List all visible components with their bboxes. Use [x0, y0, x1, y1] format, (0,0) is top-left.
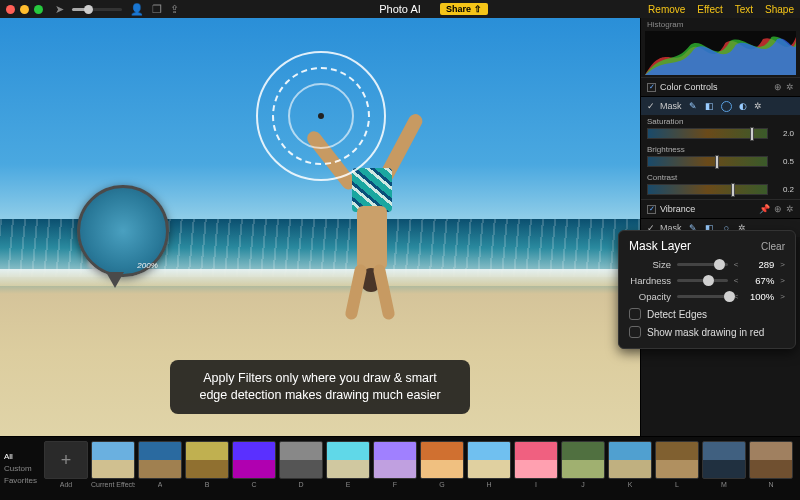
- add-filter-icon[interactable]: +: [44, 441, 88, 479]
- eraser-tool-icon[interactable]: ◧: [704, 100, 716, 112]
- filter-thumb[interactable]: B: [185, 441, 229, 488]
- saturation-slider[interactable]: [647, 128, 768, 139]
- param-contrast: Contrast 0.2: [641, 171, 800, 199]
- mode-effect[interactable]: Effect: [697, 4, 722, 15]
- thumb-label: K: [628, 481, 633, 488]
- param-brightness: Brightness 0.5: [641, 143, 800, 171]
- increment-icon[interactable]: >: [780, 292, 785, 301]
- share-button[interactable]: Share ⇧: [440, 3, 488, 15]
- mode-shape[interactable]: Shape: [765, 4, 794, 15]
- window-close-icon[interactable]: [6, 5, 15, 14]
- thumb-label: I: [535, 481, 537, 488]
- show-red-checkbox[interactable]: Show mask drawing in red: [629, 326, 785, 338]
- checkbox-icon[interactable]: ✓: [647, 83, 656, 92]
- gear-icon[interactable]: ✲: [786, 82, 794, 92]
- hardness-slider[interactable]: [677, 279, 728, 282]
- filter-thumb[interactable]: I: [514, 441, 558, 488]
- hardness-row: Hardness < 67% >: [629, 275, 785, 286]
- thumb-label: Current Effects: [91, 481, 135, 488]
- thumb-label: B: [205, 481, 210, 488]
- thumb-label: L: [675, 481, 679, 488]
- section-vibrance[interactable]: ✓ Vibrance 📌 ⊕ ✲: [641, 199, 800, 218]
- opacity-slider[interactable]: [677, 295, 728, 298]
- thumb-label: Add: [60, 481, 72, 488]
- filter-thumb[interactable]: G: [420, 441, 464, 488]
- param-label: Brightness: [647, 145, 794, 154]
- category-favorites[interactable]: Favorites: [4, 476, 40, 485]
- layers-icon[interactable]: ❐: [152, 3, 162, 16]
- opacity-row: Opacity < 100% >: [629, 291, 785, 302]
- clear-button[interactable]: Clear: [761, 241, 785, 252]
- section-color-controls[interactable]: ✓ Color Controls ⊕ ✲: [641, 77, 800, 96]
- gear-icon[interactable]: ✲: [786, 204, 794, 214]
- filter-thumb[interactable]: L: [655, 441, 699, 488]
- slider-label: Opacity: [629, 291, 671, 302]
- pointer-icon[interactable]: ➤: [55, 3, 64, 16]
- size-slider[interactable]: [677, 263, 728, 266]
- section-label: Color Controls: [660, 82, 770, 92]
- filter-thumb[interactable]: F: [373, 441, 417, 488]
- loupe-zoom-label: 200%: [137, 261, 157, 270]
- filter-thumb[interactable]: A: [138, 441, 182, 488]
- filter-thumb[interactable]: M: [702, 441, 746, 488]
- add-icon[interactable]: ⊕: [774, 204, 782, 214]
- image-canvas[interactable]: 200% Apply Filters only where you draw &…: [0, 18, 640, 436]
- mode-tabs: RemoveEffectTextShape: [648, 4, 794, 15]
- filter-thumb[interactable]: Current Effects: [91, 441, 135, 488]
- detect-edges-checkbox[interactable]: Detect Edges: [629, 308, 785, 320]
- filter-thumb[interactable]: D: [279, 441, 323, 488]
- user-icon[interactable]: 👤: [130, 3, 144, 16]
- checkbox-icon[interactable]: ✓: [647, 101, 655, 111]
- category-all[interactable]: All: [4, 452, 40, 461]
- checkbox-icon[interactable]: [629, 326, 641, 338]
- category-custom[interactable]: Custom: [4, 464, 40, 473]
- checkbox-icon[interactable]: ✓: [647, 205, 656, 214]
- decrement-icon[interactable]: <: [734, 260, 739, 269]
- filter-thumb[interactable]: J: [561, 441, 605, 488]
- filter-filmstrip: AllCustomFavorites +AddCurrent EffectsAB…: [0, 436, 800, 500]
- zoom-slider[interactable]: [72, 8, 122, 11]
- param-label: Saturation: [647, 117, 794, 126]
- filter-thumb[interactable]: E: [326, 441, 370, 488]
- window-zoom-icon[interactable]: [34, 5, 43, 14]
- mask-label: Mask: [660, 101, 682, 111]
- mask-row-1[interactable]: ✓ Mask ✎ ◧ ◐ ✲: [641, 96, 800, 115]
- thumb-label: E: [346, 481, 351, 488]
- increment-icon[interactable]: >: [780, 276, 785, 285]
- thumb-label: H: [486, 481, 491, 488]
- filter-thumb[interactable]: K: [608, 441, 652, 488]
- pin-icon[interactable]: ⊕: [774, 82, 782, 92]
- section-label: Vibrance: [660, 204, 755, 214]
- titlebar: ➤ 👤 ❐ ⇪ Photo AI Share ⇧ RemoveEffectTex…: [0, 0, 800, 18]
- mode-text[interactable]: Text: [735, 4, 753, 15]
- inspector-panel: Histogram ✓ Color Controls ⊕ ✲ ✓ Mask ✎ …: [640, 18, 800, 436]
- thumb-label: A: [158, 481, 163, 488]
- checkbox-icon[interactable]: [629, 308, 641, 320]
- checkbox-label: Show mask drawing in red: [647, 327, 764, 338]
- decrement-icon[interactable]: <: [734, 276, 739, 285]
- filter-thumb[interactable]: +Add: [44, 441, 88, 488]
- param-value: 0.5: [772, 157, 794, 166]
- mode-remove[interactable]: Remove: [648, 4, 685, 15]
- thumb-label: F: [393, 481, 397, 488]
- filter-thumb[interactable]: H: [467, 441, 511, 488]
- brightness-slider[interactable]: [647, 156, 768, 167]
- contrast-slider[interactable]: [647, 184, 768, 195]
- brush-tool-icon[interactable]: ✎: [687, 100, 699, 112]
- pin-icon[interactable]: 📌: [759, 204, 770, 214]
- param-value: 2.0: [772, 129, 794, 138]
- param-value: 0.2: [772, 185, 794, 194]
- invert-icon[interactable]: ◐: [737, 100, 749, 112]
- filter-thumb[interactable]: C: [232, 441, 276, 488]
- filter-thumb[interactable]: N: [749, 441, 793, 488]
- magnifier-loupe[interactable]: 200%: [77, 185, 169, 277]
- gear-icon[interactable]: ✲: [754, 101, 762, 111]
- checkbox-label: Detect Edges: [647, 309, 707, 320]
- shape-tool-icon[interactable]: [721, 101, 732, 112]
- thumb-label: M: [721, 481, 727, 488]
- window-minimize-icon[interactable]: [20, 5, 29, 14]
- export-icon[interactable]: ⇪: [170, 3, 179, 16]
- increment-icon[interactable]: >: [780, 260, 785, 269]
- param-label: Contrast: [647, 173, 794, 182]
- brush-preview-circle[interactable]: [256, 51, 386, 181]
